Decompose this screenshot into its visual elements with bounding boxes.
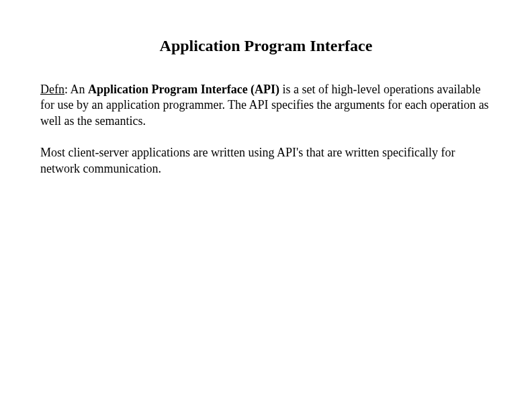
definition-label: Defn: [40, 83, 64, 96]
definition-term: Application Program Interface (API): [88, 83, 279, 96]
page-title: Application Program Interface: [40, 37, 492, 55]
definition-paragraph: Defn: An Application Program Interface (…: [40, 82, 492, 129]
definition-colon: : An: [64, 83, 88, 96]
body-paragraph: Most client-server applications are writ…: [40, 145, 492, 177]
